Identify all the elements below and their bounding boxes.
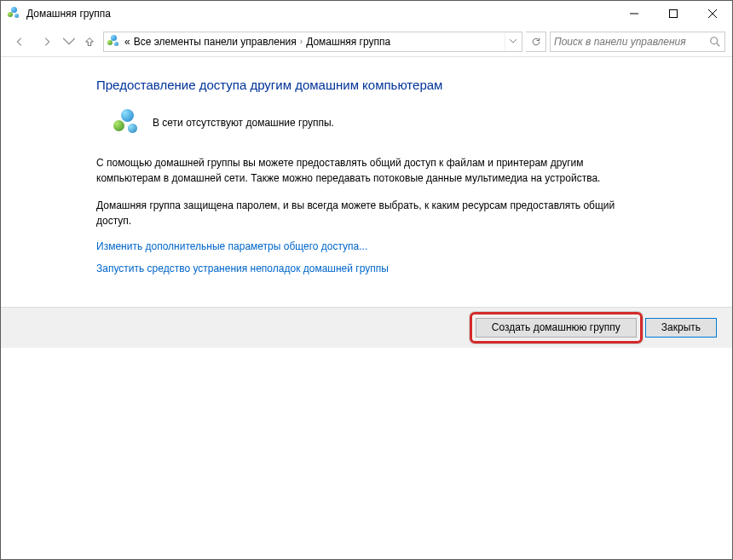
page-title: Предоставление доступа другим домашним к…	[96, 78, 698, 92]
close-button[interactable]	[693, 1, 732, 26]
app-icon	[8, 7, 21, 20]
homegroup-large-icon	[113, 109, 141, 136]
history-dropdown[interactable]	[62, 30, 76, 54]
button-bar: Создать домашнюю группу Закрыть	[1, 307, 732, 348]
navbar: « Все элементы панели управления › Домаш…	[1, 26, 732, 57]
search-icon	[709, 36, 721, 48]
status-row: В сети отсутствуют домашние группы.	[96, 109, 698, 136]
link-troubleshoot[interactable]: Запустить средство устранения неполадок …	[96, 263, 698, 274]
close-panel-button[interactable]: Закрыть	[645, 318, 717, 338]
minimize-button[interactable]	[615, 1, 654, 26]
refresh-button[interactable]	[526, 32, 546, 52]
description-1: С помощью домашней группы вы можете пред…	[96, 155, 633, 186]
breadcrumb-seg-2[interactable]: Домашняя группа	[306, 36, 390, 48]
svg-point-4	[711, 37, 718, 43]
status-text: В сети отсутствуют домашние группы.	[153, 117, 334, 129]
search-input[interactable]	[554, 36, 709, 48]
content-area: Предоставление доступа другим домашним к…	[1, 57, 732, 307]
homegroup-icon	[107, 35, 121, 49]
search-box[interactable]	[550, 32, 725, 52]
svg-rect-1	[670, 10, 678, 18]
svg-line-5	[717, 43, 720, 46]
breadcrumb-prefix: «	[124, 36, 130, 48]
maximize-button[interactable]	[654, 1, 693, 26]
link-advanced-sharing[interactable]: Изменить дополнительные параметры общего…	[96, 240, 698, 252]
forward-button[interactable]	[35, 30, 59, 54]
breadcrumb-seg-1[interactable]: Все элементы панели управления	[134, 36, 297, 48]
titlebar: Домашняя группа	[1, 1, 732, 26]
back-button[interactable]	[8, 30, 32, 54]
window-title: Домашняя группа	[26, 8, 111, 20]
empty-space	[1, 348, 732, 560]
address-dropdown[interactable]	[505, 32, 520, 51]
description-2: Домашняя группа защищена паролем, и вы в…	[96, 198, 633, 228]
address-bar[interactable]: « Все элементы панели управления › Домаш…	[103, 32, 522, 52]
up-button[interactable]	[79, 32, 100, 52]
window-controls	[615, 1, 732, 26]
chevron-right-icon[interactable]: ›	[300, 37, 303, 46]
window: Домашняя группа	[0, 0, 733, 560]
create-homegroup-button[interactable]: Создать домашнюю группу	[476, 318, 637, 338]
